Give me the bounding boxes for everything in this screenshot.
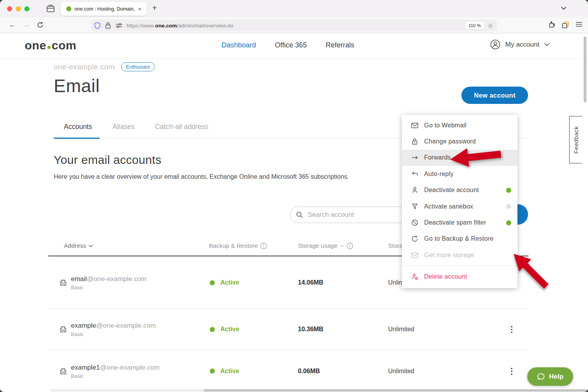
- storage-usage-value: 10.36MB: [298, 326, 323, 333]
- status-dot-icon: [210, 327, 215, 332]
- horizontal-scrollbar-thumb[interactable]: [204, 389, 588, 392]
- site-header: onecom Dashboard Office 365 Referrals My…: [0, 33, 588, 59]
- fullscreen-window-button[interactable]: [24, 6, 29, 11]
- reload-button[interactable]: [37, 22, 44, 28]
- feedback-tab[interactable]: Feedback: [569, 116, 582, 163]
- arrow-right-icon: [411, 154, 419, 162]
- browser-tab-bar: one.com : Hosting, Domain, Ema × +: [0, 0, 588, 17]
- toggle-status-dot: [506, 204, 511, 209]
- close-window-button[interactable]: [7, 6, 12, 11]
- section-title: Your email accounts: [54, 153, 162, 167]
- chevron-down-icon: [544, 43, 550, 46]
- back-button[interactable]: ←: [9, 21, 16, 29]
- container-tabs-icon[interactable]: [562, 21, 569, 29]
- menu-item-deactivate-spam-filter[interactable]: Deactivate spam filter: [402, 214, 517, 230]
- one-com-logo[interactable]: onecom: [25, 39, 76, 52]
- active-tab-underline: [54, 138, 100, 139]
- search-account-field[interactable]: [290, 207, 419, 223]
- horizontal-scrollbar-track[interactable]: [51, 389, 204, 392]
- email-envelope-icon: [59, 367, 67, 375]
- toolbox-icon[interactable]: [46, 5, 55, 13]
- envelope-icon: [411, 122, 419, 129]
- domain-name: one-example.com: [54, 63, 115, 71]
- row-actions-kebab-icon[interactable]: ⋮: [508, 327, 516, 332]
- plan-badge: Enthusiast: [121, 62, 155, 71]
- table-row: example@one-example.com Basic Active 10.…: [48, 309, 528, 350]
- vertical-scrollbar-thumb[interactable]: [584, 36, 586, 102]
- logo-dot-icon: [47, 46, 51, 49]
- account-plan: Basic: [71, 373, 160, 379]
- browser-window: one.com : Hosting, Domain, Ema × + ← →: [0, 0, 588, 392]
- menu-item-get-more-storage[interactable]: Get more storage: [402, 247, 517, 263]
- lock-icon[interactable]: [105, 22, 111, 29]
- menu-item-deactivate-account[interactable]: Deactivate account: [402, 182, 517, 198]
- column-storage-usage[interactable]: Storage usage: [298, 242, 353, 249]
- browser-tab[interactable]: one.com : Hosting, Domain, Ema ×: [61, 2, 147, 16]
- status-badge: Active: [210, 279, 239, 286]
- my-account-menu[interactable]: My account: [490, 39, 550, 50]
- person-remove-icon: [411, 273, 419, 281]
- url-text: https://www.one.com/admin/mail/overview.…: [127, 23, 466, 29]
- tab-catch-all[interactable]: Catch-all address: [155, 123, 208, 131]
- tab-accounts[interactable]: Accounts: [64, 123, 92, 131]
- info-icon[interactable]: [260, 243, 267, 249]
- permissions-icon[interactable]: [115, 23, 123, 28]
- account-plan: Basic: [71, 331, 156, 337]
- search-input[interactable]: [307, 211, 397, 219]
- site-content: onecom Dashboard Office 365 Referrals My…: [0, 33, 588, 392]
- envelope-icon: [411, 251, 419, 259]
- column-backup: Backup & Restore: [209, 242, 267, 249]
- new-account-button[interactable]: New account: [461, 87, 528, 104]
- info-icon[interactable]: [347, 243, 353, 249]
- table-row: example1@one-example.com Basic Active 0.…: [48, 350, 528, 392]
- reply-arrow-icon: [411, 170, 419, 178]
- restore-icon: [411, 235, 419, 243]
- extensions-icon[interactable]: [548, 21, 555, 29]
- email-envelope-icon: [59, 325, 67, 333]
- site-favicon: [66, 6, 71, 11]
- funnel-icon: [411, 203, 419, 211]
- sort-chevron-icon: [340, 245, 344, 247]
- tab-aliases[interactable]: Aliases: [113, 123, 134, 131]
- menu-item-delete-account[interactable]: Delete account: [402, 268, 517, 286]
- toggle-status-dot: [506, 188, 511, 193]
- chat-bubble-icon: [537, 372, 546, 381]
- user-avatar-icon: [490, 39, 501, 50]
- url-bar[interactable]: https://www.one.com/admin/mail/overview.…: [91, 20, 497, 31]
- account-address: email@one-example.com Basic: [71, 275, 147, 290]
- nav-referrals[interactable]: Referrals: [326, 41, 354, 49]
- menu-item-go-to-webmail[interactable]: Go to Webmail: [402, 117, 517, 133]
- help-button[interactable]: Help: [527, 367, 573, 386]
- tab-close-icon[interactable]: ×: [138, 5, 142, 12]
- storage-limit-value: Unlimited: [388, 326, 414, 333]
- column-address[interactable]: Address: [64, 242, 93, 249]
- nav-office365[interactable]: Office 365: [275, 41, 307, 49]
- account-address: example1@one-example.com Basic: [71, 363, 160, 379]
- forward-button[interactable]: →: [23, 21, 30, 29]
- minimize-window-button[interactable]: [16, 6, 21, 11]
- menu-item-activate-sanebox[interactable]: Activate sanebox: [402, 198, 517, 214]
- list-tabs-chevron-icon[interactable]: [561, 6, 567, 11]
- bookmark-star-icon[interactable]: ☆: [488, 22, 493, 29]
- status-badge: Active: [210, 368, 239, 375]
- page-title: Email: [54, 75, 100, 96]
- tab-title: one.com : Hosting, Domain, Ema: [74, 6, 136, 12]
- storage-usage-value: 14.06MB: [298, 279, 323, 286]
- search-icon: [296, 211, 303, 218]
- sort-chevron-icon: [89, 245, 93, 247]
- account-actions-menu: Go to Webmail Change password Forwards A…: [402, 115, 517, 288]
- toggle-status-dot: [506, 220, 511, 225]
- my-account-label: My account: [505, 41, 539, 49]
- page-zoom-level[interactable]: 110 %: [466, 22, 484, 29]
- new-tab-button[interactable]: +: [152, 3, 157, 13]
- menu-item-backup-restore[interactable]: Go to Backup & Restore: [402, 231, 517, 247]
- domain-row: one-example.com Enthusiast: [54, 62, 155, 71]
- row-actions-kebab-icon[interactable]: ⋮: [508, 369, 516, 374]
- tracking-shield-icon[interactable]: [94, 22, 101, 29]
- account-address: example@one-example.com Basic: [71, 322, 156, 337]
- section-description: Here you have a clear overview of your e…: [54, 173, 349, 180]
- menu-hamburger-icon[interactable]: [575, 21, 583, 27]
- person-icon: [411, 186, 419, 194]
- nav-dashboard[interactable]: Dashboard: [221, 41, 256, 49]
- storage-usage-value: 0.06MB: [298, 368, 320, 375]
